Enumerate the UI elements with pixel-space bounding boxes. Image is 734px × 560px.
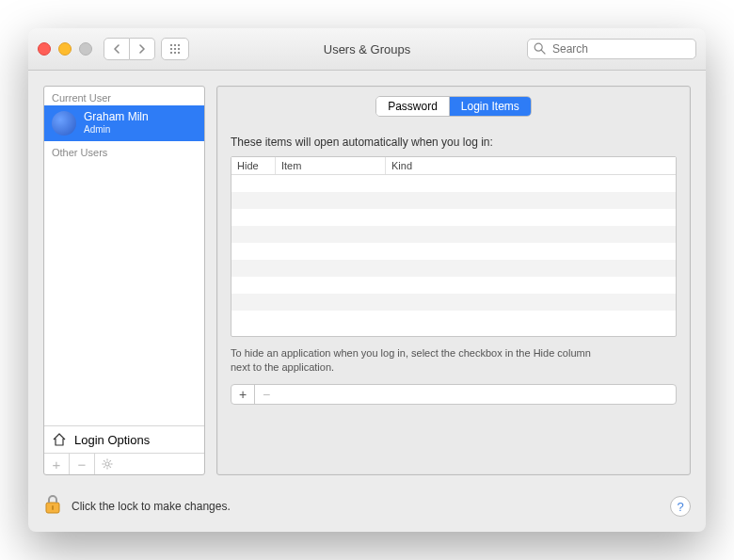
minimize-window-button[interactable] <box>58 42 72 56</box>
svg-point-5 <box>178 48 180 50</box>
svg-rect-21 <box>52 505 54 510</box>
svg-point-4 <box>174 48 176 50</box>
window-controls <box>38 42 92 56</box>
svg-point-3 <box>170 48 172 50</box>
svg-point-8 <box>178 52 180 54</box>
add-item-button[interactable]: + <box>231 385 255 404</box>
svg-point-6 <box>170 52 172 54</box>
add-user-button[interactable]: + <box>44 454 70 474</box>
main-panel: Password Login Items These items will op… <box>216 86 691 475</box>
window-footer: Click the lock to make changes. ? <box>28 487 706 532</box>
table-row <box>231 243 676 260</box>
preferences-window: Users & Groups Current User Graham Miln … <box>28 28 706 532</box>
col-kind[interactable]: Kind <box>386 157 676 174</box>
lock-button[interactable] <box>43 494 62 519</box>
svg-point-7 <box>174 52 176 54</box>
sidebar-label-current: Current User <box>44 87 204 105</box>
chevron-right-icon <box>138 44 146 54</box>
table-row <box>231 260 676 277</box>
user-role: Admin <box>84 124 149 136</box>
titlebar: Users & Groups <box>28 28 706 71</box>
instruction-text: These items will open automatically when… <box>231 136 677 149</box>
house-icon <box>52 432 67 447</box>
users-sidebar: Current User Graham Miln Admin Other Use… <box>43 86 205 475</box>
col-hide[interactable]: Hide <box>231 157 276 174</box>
svg-point-0 <box>170 44 172 46</box>
table-row <box>231 311 676 328</box>
tab-group: Password Login Items <box>375 96 532 117</box>
back-button[interactable] <box>104 38 130 60</box>
close-window-button[interactable] <box>38 42 51 56</box>
table-row <box>231 175 676 192</box>
sidebar-footer: + − <box>44 453 204 474</box>
grid-icon <box>169 43 181 55</box>
user-meta: Graham Miln Admin <box>84 111 149 135</box>
show-all-button[interactable] <box>161 38 189 60</box>
zoom-window-button[interactable] <box>79 42 92 56</box>
chevron-left-icon <box>113 44 120 54</box>
gear-icon <box>102 458 113 470</box>
login-items-table[interactable]: Hide Item Kind <box>231 156 677 337</box>
help-button[interactable]: ? <box>670 496 691 517</box>
svg-line-19 <box>104 466 104 467</box>
user-name: Graham Miln <box>84 111 149 124</box>
svg-line-17 <box>109 466 110 467</box>
login-options-label: Login Options <box>74 433 150 447</box>
col-item[interactable]: Item <box>276 157 386 174</box>
sidebar-user-current[interactable]: Graham Miln Admin <box>44 105 204 141</box>
nav-group <box>104 38 155 60</box>
table-row <box>231 226 676 243</box>
body: Current User Graham Miln Admin Other Use… <box>28 71 706 487</box>
table-header: Hide Item Kind <box>231 157 676 175</box>
avatar <box>52 111 76 136</box>
table-row <box>231 192 676 209</box>
table-row <box>231 209 676 226</box>
remove-item-button[interactable]: − <box>255 385 278 404</box>
user-actions-button[interactable] <box>95 454 120 474</box>
search-field-wrap <box>527 39 696 59</box>
add-remove-group: + − <box>231 384 677 405</box>
sidebar-fill <box>44 160 204 425</box>
search-input[interactable] <box>527 39 696 59</box>
svg-point-11 <box>105 462 109 466</box>
svg-point-1 <box>174 44 176 46</box>
tab-login-items[interactable]: Login Items <box>450 97 531 116</box>
hint-text: To hide an application when you log in, … <box>231 346 607 375</box>
sidebar-label-other: Other Users <box>44 141 204 160</box>
table-row <box>231 294 676 311</box>
remove-user-button[interactable]: − <box>70 454 95 474</box>
lock-text: Click the lock to make changes. <box>72 500 231 513</box>
table-body <box>231 175 676 328</box>
svg-line-18 <box>109 460 110 461</box>
login-options-button[interactable]: Login Options <box>44 425 204 453</box>
tab-password[interactable]: Password <box>376 97 450 116</box>
lock-icon <box>43 494 62 515</box>
forward-button[interactable] <box>130 38 155 60</box>
svg-line-16 <box>104 460 104 461</box>
svg-point-2 <box>178 44 180 46</box>
table-row <box>231 277 676 294</box>
